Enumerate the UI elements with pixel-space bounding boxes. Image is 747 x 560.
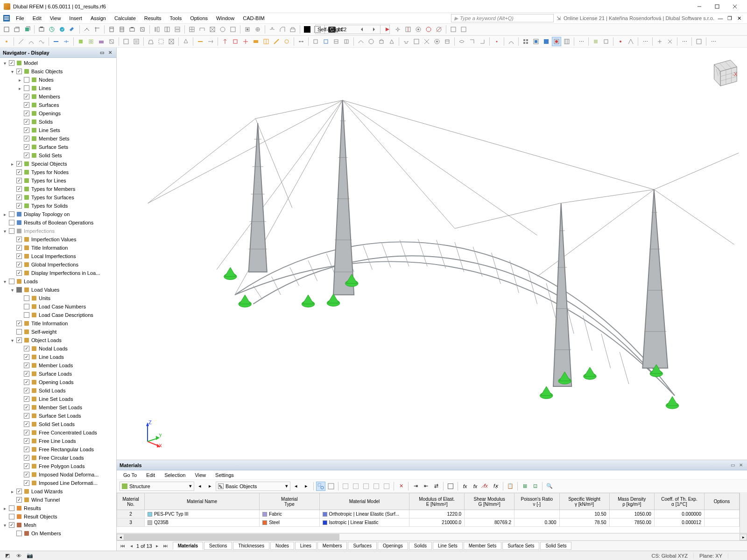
page-last-button[interactable]: ⏭: [162, 543, 169, 549]
status-view-icon[interactable]: 👁: [15, 552, 22, 560]
expand-icon[interactable]: ▾: [2, 279, 7, 284]
tree-item[interactable]: Title Information: [0, 244, 116, 252]
toolbar-button[interactable]: [218, 25, 227, 34]
table-tab-nodes[interactable]: Nodes: [270, 542, 294, 550]
toolbar-button[interactable]: [253, 25, 262, 34]
checkbox[interactable]: [16, 270, 22, 276]
toolbar-button[interactable]: [531, 37, 541, 46]
tree-item[interactable]: ▸Special Objects: [0, 160, 116, 168]
navigation-cube[interactable]: -X: [705, 53, 741, 90]
checkbox[interactable]: [9, 514, 14, 519]
checkbox[interactable]: [16, 169, 22, 175]
menu-insert[interactable]: Insert: [65, 14, 86, 22]
page-first-button[interactable]: ⏮: [120, 543, 126, 549]
tree-item[interactable]: Surface Sets: [0, 143, 116, 151]
tree-item[interactable]: ▸Nodes: [0, 76, 116, 84]
tree-item[interactable]: Member Sets: [0, 134, 116, 143]
tree-item[interactable]: Units: [0, 294, 116, 302]
fx4-button[interactable]: fx̣: [491, 482, 500, 491]
toolbar-button[interactable]: [241, 37, 250, 46]
excel-button[interactable]: ⊞: [520, 482, 529, 491]
toolbar-button[interactable]: [296, 37, 306, 46]
structure-select[interactable]: Structure▾: [120, 482, 194, 491]
tree-item[interactable]: Imperfection Values: [0, 235, 116, 244]
materials-table[interactable]: MaterialNo.Material NameMaterialTypeMate…: [117, 493, 740, 527]
tree-item[interactable]: Types for Lines: [0, 176, 116, 185]
toolbar-button[interactable]: [358, 25, 367, 34]
prev-button[interactable]: ◂: [195, 482, 204, 491]
tree-item[interactable]: Surfaces: [0, 101, 116, 109]
status-camera-icon[interactable]: 📷: [26, 552, 34, 560]
toolbar-button[interactable]: [368, 25, 378, 34]
toolbar-button[interactable]: [37, 37, 46, 46]
table-row[interactable]: 2PES-PVC Typ IIIFabricOrthotropic | Line…: [117, 510, 740, 518]
checkbox[interactable]: [24, 396, 29, 402]
checkbox[interactable]: [24, 413, 29, 419]
toolbar-button[interactable]: [422, 37, 431, 46]
checkbox[interactable]: [16, 203, 22, 209]
table-header[interactable]: Mass Densityρ [kg/m3]: [609, 493, 654, 510]
table-header[interactable]: Material Name: [144, 493, 259, 510]
panel-pin-button[interactable]: ▭: [99, 49, 105, 56]
toolbar-button[interactable]: [655, 37, 664, 46]
expand-icon[interactable]: ▾: [2, 522, 7, 528]
tree-item[interactable]: Free Polygon Loads: [0, 462, 116, 470]
checkbox[interactable]: [24, 85, 29, 91]
expand-icon[interactable]: ▸: [17, 85, 22, 91]
toolbar-button[interactable]: [478, 37, 487, 46]
expand-icon[interactable]: ▾: [2, 228, 7, 234]
toolbar-button[interactable]: [377, 37, 386, 46]
toolbar-button[interactable]: [132, 37, 141, 46]
toolbar-button[interactable]: [521, 37, 530, 46]
fx2-button[interactable]: fx: [471, 482, 480, 491]
tree-item[interactable]: Global Imperfections: [0, 260, 116, 269]
tool-d[interactable]: [372, 482, 381, 491]
materials-close-button[interactable]: ✕: [738, 462, 744, 469]
swap-button[interactable]: ⇄: [431, 482, 441, 491]
toolbar-button[interactable]: [127, 25, 137, 34]
toolbar-button[interactable]: [261, 37, 271, 46]
checkbox[interactable]: [16, 161, 22, 167]
checkbox[interactable]: [16, 245, 22, 251]
tree-item[interactable]: Load Case Descriptions: [0, 311, 116, 319]
expand-icon[interactable]: ▾: [9, 287, 15, 293]
checkbox[interactable]: [24, 119, 29, 125]
checkbox[interactable]: [24, 472, 29, 477]
toolbar-button[interactable]: [288, 25, 297, 34]
checkbox[interactable]: [24, 304, 29, 309]
next-button[interactable]: ▸: [205, 482, 215, 491]
toolbar-button[interactable]: [383, 25, 392, 34]
table-header[interactable]: Modulus of Elast.E [N/mm2]: [409, 493, 465, 510]
toolbar-button[interactable]: [146, 37, 155, 46]
tool-c[interactable]: [361, 482, 371, 491]
toolbar-button[interactable]: [434, 25, 444, 34]
toolbar-button[interactable]: [206, 37, 215, 46]
menu-results[interactable]: Results: [141, 14, 165, 22]
toolbar-button[interactable]: [356, 37, 366, 46]
filter-vis-button[interactable]: [326, 482, 336, 491]
toolbar-button[interactable]: [57, 25, 67, 34]
checkbox[interactable]: [16, 186, 22, 192]
toolbar-button[interactable]: [138, 25, 147, 34]
menu-assign[interactable]: Assign: [87, 14, 110, 22]
checkbox[interactable]: [16, 69, 22, 74]
mat-menu-settings[interactable]: Settings: [211, 471, 238, 479]
toolbar-button[interactable]: [467, 37, 477, 46]
toolbar-button[interactable]: [231, 37, 240, 46]
toolbar-button[interactable]: [117, 25, 127, 34]
tree-item[interactable]: Line Loads: [0, 353, 116, 361]
checkbox[interactable]: [16, 489, 22, 494]
overflow-button[interactable]: ⋯: [641, 37, 650, 46]
tree-item[interactable]: Local Imperfections: [0, 252, 116, 260]
toolbar-button[interactable]: [181, 37, 190, 46]
toolbar-button[interactable]: [459, 25, 468, 34]
child-close-button[interactable]: ✕: [736, 15, 742, 21]
checkbox[interactable]: [24, 463, 29, 469]
tree-item[interactable]: ▸Lines: [0, 84, 116, 92]
grid-button[interactable]: [446, 482, 455, 491]
toolbar-button[interactable]: [331, 37, 341, 46]
tree-item[interactable]: ▾Object Loads: [0, 336, 116, 344]
tree-item[interactable]: Member Set Loads: [0, 403, 116, 412]
menu-calculate[interactable]: Calculate: [111, 14, 140, 22]
table-header[interactable]: Specific Weightγ [kN/m3]: [559, 493, 609, 510]
